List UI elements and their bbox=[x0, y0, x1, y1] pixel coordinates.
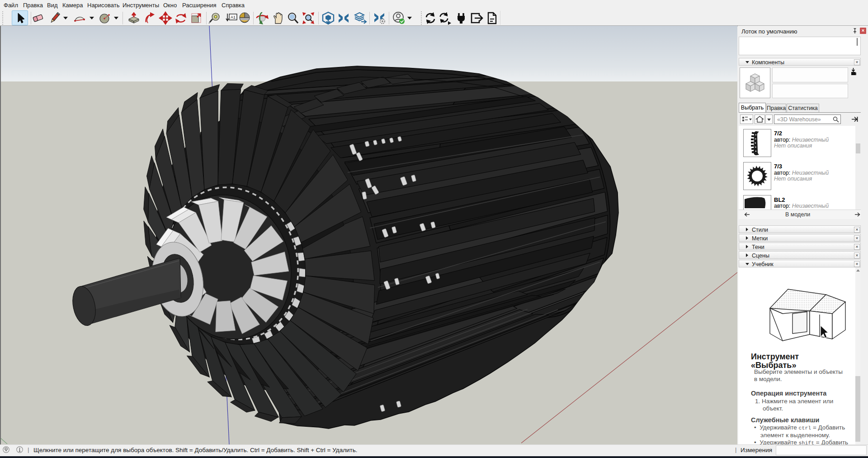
svg-text:A1: A1 bbox=[231, 15, 236, 19]
